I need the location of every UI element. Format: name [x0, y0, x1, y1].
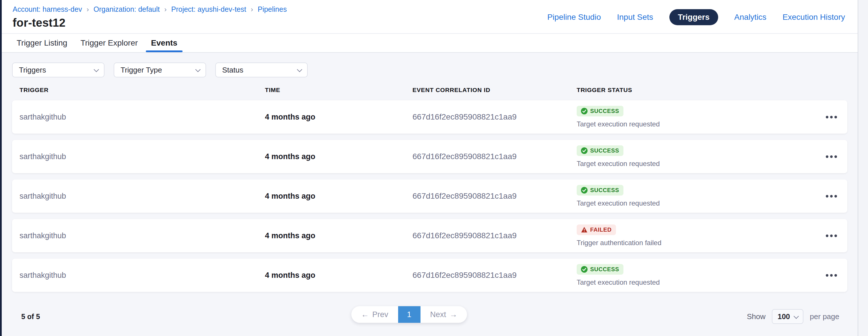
page-size-value: 100: [778, 312, 790, 321]
more-options-icon[interactable]: [824, 113, 839, 121]
tab-label: Events: [151, 38, 177, 47]
breadcrumb-link[interactable]: Project: ayushi-dev-test: [172, 5, 246, 13]
prev-label: Prev: [372, 310, 389, 319]
tab[interactable]: Trigger Listing: [16, 34, 68, 52]
filter-dropdown-label: Triggers: [19, 66, 46, 74]
events-content: Triggers Trigger Type Status TRIGGER TIM: [2, 53, 858, 336]
check-circle-icon: [581, 266, 588, 273]
more-options-icon[interactable]: [824, 192, 839, 200]
status-badge: SUCCESS: [577, 145, 623, 156]
status-detail: Target execution requested: [577, 278, 660, 287]
breadcrumb-item: Pipelines: [258, 5, 296, 13]
pipeline-nav-link[interactable]: Pipeline Studio: [547, 12, 601, 22]
pipeline-nav-link[interactable]: Analytics: [734, 12, 766, 22]
row-menu-cell: [804, 232, 839, 240]
column-header: TRIGGER STATUS: [577, 87, 804, 94]
row-menu-cell: [804, 192, 839, 200]
arrow-right-icon: →: [450, 310, 457, 319]
pipeline-nav-link[interactable]: Execution History: [782, 12, 845, 22]
row-menu-cell: [804, 271, 839, 279]
filter-dropdown[interactable]: Status: [215, 63, 308, 77]
prev-page-button[interactable]: ← Prev: [351, 306, 398, 323]
page-header: Account: harness-dev › Organization: def…: [2, 0, 858, 34]
page-size-dropdown[interactable]: 100: [772, 309, 803, 324]
status-badge: SUCCESS: [577, 264, 623, 275]
filter-dropdown[interactable]: Triggers: [12, 63, 104, 77]
status-badge: SUCCESS: [577, 106, 623, 116]
arrow-left-icon: ←: [361, 310, 369, 319]
filter-dropdown-label: Trigger Type: [121, 66, 162, 74]
filters-bar: Triggers Trigger Type Status: [12, 63, 847, 77]
more-options-icon[interactable]: [824, 232, 839, 240]
event-correlation-id-cell: 667d16f2ec895908821c1aa9: [412, 192, 577, 201]
pipeline-nav: Pipeline Studio Input Sets Triggers Anal…: [547, 9, 849, 25]
event-row[interactable]: sarthakgithub 4 months ago 667d16f2ec895…: [12, 219, 847, 252]
tab[interactable]: Trigger Explorer: [79, 34, 139, 52]
chevron-down-icon: [794, 313, 799, 318]
per-page-label: per page: [810, 312, 839, 321]
chevron-down-icon: [297, 67, 302, 72]
event-row[interactable]: sarthakgithub 4 months ago 667d16f2ec895…: [12, 140, 847, 173]
row-menu-cell: [804, 113, 839, 121]
pagination-bar: 5 of 5 ← Prev 1 Next → Show 100 per page: [12, 302, 847, 331]
trigger-name-cell: sarthakgithub: [20, 231, 265, 240]
status-badge-label: SUCCESS: [590, 266, 619, 273]
event-row[interactable]: sarthakgithub 4 months ago 667d16f2ec895…: [12, 100, 847, 134]
status-cell: FAILED Trigger authentication failed: [577, 225, 804, 247]
status-badge-label: SUCCESS: [590, 147, 619, 154]
more-options-icon[interactable]: [824, 271, 839, 279]
pipeline-nav-link[interactable]: Triggers: [670, 9, 718, 25]
status-detail: Trigger authentication failed: [577, 239, 661, 247]
status-cell: SUCCESS Target execution requested: [577, 264, 804, 287]
page-number-button[interactable]: 1: [398, 306, 421, 323]
column-header: TIME: [265, 87, 412, 94]
events-list: sarthakgithub 4 months ago 667d16f2ec895…: [12, 100, 847, 292]
breadcrumb-link[interactable]: Account: harness-dev: [12, 5, 82, 13]
check-circle-icon: [581, 187, 588, 194]
status-badge: SUCCESS: [577, 185, 623, 196]
more-options-icon[interactable]: [824, 153, 839, 161]
time-cell: 4 months ago: [265, 271, 412, 280]
check-circle-icon: [581, 147, 588, 154]
next-label: Next: [430, 310, 446, 319]
warning-triangle-icon: [581, 227, 588, 233]
status-detail: Target execution requested: [577, 120, 660, 128]
trigger-tabs: Trigger Listing Trigger Explorer Events: [2, 34, 858, 53]
event-correlation-id-cell: 667d16f2ec895908821c1aa9: [412, 271, 577, 280]
tab-label: Trigger Explorer: [81, 38, 138, 47]
status-badge: FAILED: [577, 225, 616, 235]
status-cell: SUCCESS Target execution requested: [577, 106, 804, 128]
filter-dropdown[interactable]: Trigger Type: [114, 63, 206, 77]
trigger-name-cell: sarthakgithub: [20, 113, 265, 122]
chevron-down-icon: [195, 67, 200, 72]
status-detail: Target execution requested: [577, 160, 660, 168]
trigger-name-cell: sarthakgithub: [20, 152, 265, 161]
status-badge-label: SUCCESS: [590, 108, 619, 114]
status-badge-label: FAILED: [590, 227, 612, 233]
pipeline-nav-link[interactable]: Input Sets: [617, 12, 653, 22]
time-cell: 4 months ago: [265, 231, 412, 240]
page-title: for-test12: [12, 16, 296, 29]
results-count: 5 of 5: [21, 312, 40, 321]
event-correlation-id-cell: 667d16f2ec895908821c1aa9: [412, 152, 577, 161]
chevron-right-icon: ›: [251, 5, 253, 13]
breadcrumb-link[interactable]: Organization: default: [94, 5, 160, 13]
status-cell: SUCCESS Target execution requested: [577, 145, 804, 168]
tab-label: Trigger Listing: [17, 38, 67, 47]
trigger-name-cell: sarthakgithub: [20, 271, 265, 280]
chevron-right-icon: ›: [87, 5, 89, 13]
show-label: Show: [747, 312, 766, 321]
tab[interactable]: Events: [150, 34, 179, 52]
next-page-button[interactable]: Next →: [421, 306, 467, 323]
event-row[interactable]: sarthakgithub 4 months ago 667d16f2ec895…: [12, 179, 847, 213]
breadcrumb-item: Account: harness-dev ›: [12, 5, 94, 13]
breadcrumb-item: Organization: default ›: [94, 5, 172, 13]
column-header: TRIGGER: [20, 87, 265, 94]
status-cell: SUCCESS Target execution requested: [577, 185, 804, 207]
event-row[interactable]: sarthakgithub 4 months ago 667d16f2ec895…: [12, 259, 847, 292]
event-correlation-id-cell: 667d16f2ec895908821c1aa9: [412, 231, 577, 240]
filter-dropdown-label: Status: [222, 66, 243, 74]
header-left: Account: harness-dev › Organization: def…: [12, 5, 296, 29]
breadcrumb-link[interactable]: Pipelines: [258, 5, 287, 13]
time-cell: 4 months ago: [265, 152, 412, 161]
